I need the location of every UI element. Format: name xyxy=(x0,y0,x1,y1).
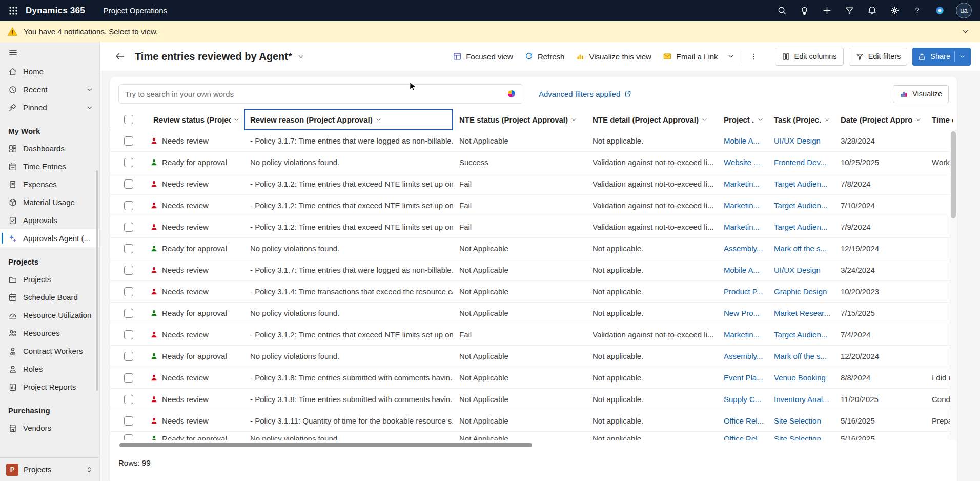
project-link[interactable]: Mobile A... xyxy=(718,136,768,145)
filter-button[interactable] xyxy=(840,2,859,20)
task-link[interactable]: Target Audien... xyxy=(768,201,834,210)
project-link[interactable]: Office Rel... xyxy=(718,434,768,440)
refresh-button[interactable]: Refresh xyxy=(519,47,570,66)
notifications-button[interactable] xyxy=(863,2,881,20)
column-header-review-status[interactable]: Review status (Project ... xyxy=(147,109,244,130)
focused-view-button[interactable]: Focused view xyxy=(447,47,518,66)
column-header-nte-detail[interactable]: NTE detail (Project Approval) xyxy=(586,109,718,130)
copilot-icon[interactable] xyxy=(506,89,517,99)
overflow-menu-button[interactable] xyxy=(746,47,762,66)
sidebar-item-recent[interactable]: Recent xyxy=(0,81,99,98)
row-checkbox[interactable] xyxy=(124,179,133,189)
sidebar-item-schedule-board[interactable]: Schedule Board xyxy=(0,288,99,306)
advanced-filters-link[interactable]: Advanced filters applied xyxy=(539,90,631,98)
row-checkbox[interactable] xyxy=(124,330,133,339)
search-input[interactable] xyxy=(125,90,502,98)
column-header-date[interactable]: Date (Project Appro... xyxy=(834,109,926,130)
row-checkbox[interactable] xyxy=(124,287,133,296)
horizontal-scrollbar[interactable] xyxy=(110,441,957,450)
table-row[interactable]: Needs review- Policy 3.1.11: Quantity of… xyxy=(110,410,957,432)
sidebar-item-resource-utilization[interactable]: Resource Utilization xyxy=(0,306,99,324)
row-checkbox[interactable] xyxy=(124,244,133,253)
more-commands-chevron[interactable] xyxy=(724,47,738,66)
row-checkbox[interactable] xyxy=(124,201,133,210)
chevron-down-icon[interactable] xyxy=(961,27,970,36)
task-link[interactable]: UI/UX Design xyxy=(768,136,834,145)
vertical-scrollbar[interactable] xyxy=(950,130,957,440)
sidebar-item-vendors[interactable]: Vendors xyxy=(0,419,99,437)
visualize-button[interactable]: Visualize xyxy=(893,85,949,103)
table-row[interactable]: Needs review- Policy 3.1.2: Time entries… xyxy=(110,173,957,195)
task-link[interactable]: Site Selection xyxy=(768,434,834,440)
table-row[interactable]: Needs review- Policy 3.1.4: Time transac… xyxy=(110,281,957,303)
sidebar-item-roles[interactable]: Roles xyxy=(0,360,99,378)
view-selector-chevron-icon[interactable] xyxy=(297,53,305,61)
project-link[interactable]: Mobile A... xyxy=(718,266,768,274)
table-row[interactable]: Needs review- Policy 3.1.7: Time entries… xyxy=(110,259,957,281)
settings-button[interactable] xyxy=(885,2,904,20)
column-header-project[interactable]: Project ... xyxy=(718,109,768,130)
task-link[interactable]: Graphic Design xyxy=(768,287,834,296)
sidebar-item-pinned[interactable]: Pinned xyxy=(0,98,99,116)
task-link[interactable]: Target Audien... xyxy=(768,223,834,231)
project-link[interactable]: Marketin... xyxy=(718,201,768,210)
table-row[interactable]: Needs review- Policy 3.1.8: Time entries… xyxy=(110,367,957,389)
table-row[interactable]: Ready for approvalNo policy violations f… xyxy=(110,152,957,173)
view-title[interactable]: Time entries reviewed by Agent* xyxy=(135,51,292,63)
row-checkbox[interactable] xyxy=(124,395,133,404)
horizontal-scrollbar-thumb[interactable] xyxy=(119,443,532,447)
waffle-icon[interactable] xyxy=(8,6,18,16)
sidebar-item-dashboards[interactable]: Dashboards xyxy=(0,139,99,157)
project-link[interactable]: Product P... xyxy=(718,287,768,296)
project-link[interactable]: Website ... xyxy=(718,158,768,167)
sidebar-item-material-usage[interactable]: Material Usage xyxy=(0,193,99,211)
chevron-down-icon[interactable] xyxy=(959,53,966,60)
edit-filters-button[interactable]: Edit filters xyxy=(849,48,908,66)
sidebar-item-contract-workers[interactable]: Contract Workers xyxy=(0,342,99,360)
task-link[interactable]: UI/UX Design xyxy=(768,266,834,274)
project-link[interactable]: Marketin... xyxy=(718,223,768,231)
sidebar-item-approvals-agent[interactable]: Approvals Agent (... xyxy=(0,229,99,247)
column-header-review-reason[interactable]: Review reason (Project Approval) xyxy=(244,109,453,130)
sidebar-item-home[interactable]: Home xyxy=(0,63,99,81)
project-link[interactable]: New Pro... xyxy=(718,309,768,317)
sidebar-scrollbar[interactable] xyxy=(96,170,98,391)
project-link[interactable]: Supply C... xyxy=(718,395,768,404)
row-checkbox[interactable] xyxy=(124,373,133,383)
column-header-task[interactable]: Task (Projec... xyxy=(768,109,834,130)
help-button[interactable] xyxy=(908,2,926,20)
task-link[interactable]: Inventory Anal... xyxy=(768,395,834,404)
column-header-time-entry[interactable]: Time entr... xyxy=(926,109,957,130)
table-row[interactable]: Needs review- Policy 3.1.8: Time entries… xyxy=(110,389,957,410)
row-checkbox[interactable] xyxy=(124,158,133,167)
sidebar-item-approvals[interactable]: Approvals xyxy=(0,211,99,229)
table-row[interactable]: Needs review- Policy 3.1.2: Time entries… xyxy=(110,324,957,346)
column-header-nte-status[interactable]: NTE status (Project Approval) xyxy=(453,109,586,130)
copilot-button[interactable] xyxy=(930,2,949,20)
task-link[interactable]: Mark off the s... xyxy=(768,244,834,253)
edit-columns-button[interactable]: Edit columns xyxy=(775,48,844,66)
table-row[interactable]: Needs review- Policy 3.1.2: Time entries… xyxy=(110,195,957,216)
task-link[interactable]: Frontend Dev... xyxy=(768,158,834,167)
sidebar-item-project-reports[interactable]: Project Reports xyxy=(0,378,99,396)
sidebar-item-time-entries[interactable]: Time Entries xyxy=(0,157,99,175)
hamburger-icon[interactable] xyxy=(8,48,18,57)
project-link[interactable]: Assembly... xyxy=(718,352,768,360)
user-avatar[interactable]: ua xyxy=(956,3,972,18)
task-link[interactable]: Site Selection xyxy=(768,416,834,425)
table-row[interactable]: Ready for approvalNo policy violations f… xyxy=(110,346,957,367)
share-button[interactable]: Share xyxy=(912,48,971,66)
table-row[interactable]: Ready for approvalNo policy violations f… xyxy=(110,432,957,440)
back-arrow-icon[interactable] xyxy=(114,51,126,62)
row-checkbox[interactable] xyxy=(124,266,133,275)
email-a-link-button[interactable]: Email a Link xyxy=(658,47,723,66)
row-checkbox[interactable] xyxy=(124,136,133,146)
project-link[interactable]: Marketin... xyxy=(718,330,768,339)
table-row[interactable]: Ready for approvalNo policy violations f… xyxy=(110,303,957,324)
row-checkbox[interactable] xyxy=(124,309,133,318)
task-link[interactable]: Target Audien... xyxy=(768,330,834,339)
project-link[interactable]: Event Pla... xyxy=(718,373,768,382)
app-name[interactable]: Dynamics 365 xyxy=(26,6,85,16)
task-link[interactable]: Market Resear... xyxy=(768,309,834,317)
quick-create-button[interactable] xyxy=(818,2,836,20)
